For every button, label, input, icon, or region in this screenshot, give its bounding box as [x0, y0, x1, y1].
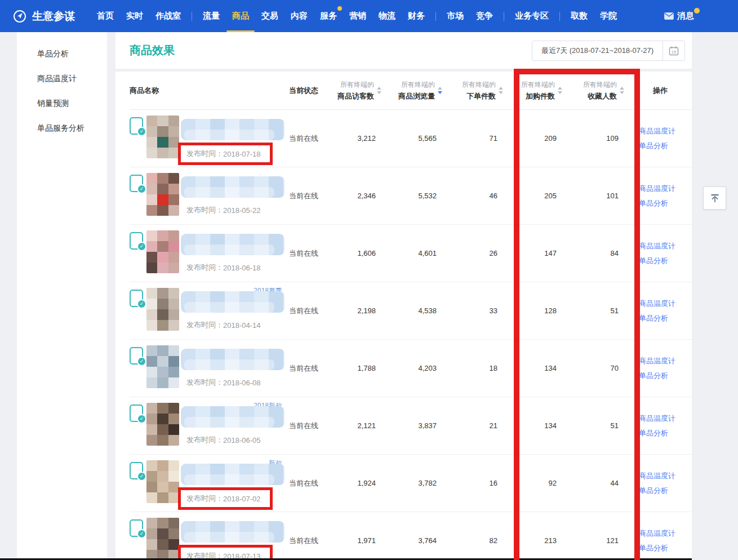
action-link-0[interactable]: 商品温度计: [639, 125, 692, 137]
nav-item-1[interactable]: 实时: [120, 0, 149, 32]
nav-item-7[interactable]: 内容: [284, 0, 314, 32]
action-link-0[interactable]: 商品温度计: [639, 469, 692, 482]
action-link-0[interactable]: 商品温度计: [639, 297, 692, 310]
main-content: 商品效果 最近7天 (2018-07-21~2018-07-27) 15 商品名…: [115, 32, 692, 560]
favorites-cell: 51: [567, 421, 629, 430]
sort-caret-down-icon[interactable]: [377, 91, 381, 94]
sort-caret-up-icon[interactable]: [620, 87, 624, 90]
mosaic-cell: [146, 241, 157, 252]
action-link-1[interactable]: 单品分析: [639, 139, 692, 152]
sort-caret-up-icon[interactable]: [438, 87, 442, 90]
nav-item-9[interactable]: 营销: [343, 0, 372, 32]
nav-item-4[interactable]: 流量: [197, 0, 226, 32]
mosaic-cell: [157, 173, 168, 184]
sort-control[interactable]: [620, 87, 624, 94]
publish-date-value: 2018-05-22: [223, 206, 261, 215]
status-cell: 当前在线: [284, 306, 325, 316]
sort-control[interactable]: [499, 87, 503, 94]
action-link-1[interactable]: 单品分析: [639, 197, 692, 210]
sort-control[interactable]: [438, 87, 442, 94]
views-cell: 4,203: [386, 364, 447, 372]
nav-divider: [559, 12, 560, 21]
sort-control[interactable]: [377, 87, 381, 94]
product-name-area: 2018新款发布时间：2018-06-05: [181, 403, 284, 446]
column-header-super: 所有终端的: [462, 80, 496, 90]
nav-item-messages[interactable]: 消息: [664, 11, 694, 21]
mosaic-cell: [168, 252, 179, 263]
sidebar-item-0[interactable]: 单品分析: [17, 41, 107, 66]
product-name-cell: 发布时间：2018-07-13: [130, 512, 284, 560]
nav-item-6[interactable]: 交易: [255, 0, 284, 32]
mosaic-cell: [146, 173, 157, 184]
product-name-cell: 发布时间：2018-06-18: [130, 225, 284, 273]
cart-adds-cell: 147: [508, 249, 567, 257]
product-image-blurred: [146, 403, 179, 446]
mosaic-cell: [146, 148, 157, 158]
nav-item-0[interactable]: 首页: [91, 0, 120, 32]
nav-item-19[interactable]: 学院: [594, 0, 623, 32]
sort-caret-up-icon[interactable]: [499, 87, 503, 90]
sort-caret-down-icon[interactable]: [558, 91, 562, 94]
mosaic-cell: [168, 367, 179, 377]
mosaic-cell: [146, 137, 157, 148]
nav-item-14[interactable]: 竞争: [470, 0, 499, 32]
table-row: 发布时间：2018-06-08当前在线1,7884,2031813470商品温度…: [130, 340, 692, 397]
nav-item-16[interactable]: 业务专区: [509, 0, 555, 32]
orders-cell: 18: [447, 364, 508, 372]
calendar-button[interactable]: 15: [663, 41, 684, 60]
mosaic-cell: [157, 424, 168, 435]
date-range-value[interactable]: 最近7天 (2018-07-21~2018-07-27): [532, 41, 663, 60]
sort-caret-up-icon[interactable]: [377, 87, 381, 90]
mosaic-cell: [146, 320, 157, 331]
action-link-0[interactable]: 商品温度计: [639, 527, 692, 540]
sidebar-item-3[interactable]: 单品服务分析: [17, 115, 107, 140]
product-name-area: 2018夏季发布时间：2018-04-14: [181, 288, 284, 331]
sidebar-item-2[interactable]: 销量预测: [17, 91, 107, 115]
action-link-1[interactable]: 单品分析: [639, 541, 692, 554]
mosaic-cell: [168, 424, 179, 435]
action-link-1[interactable]: 单品分析: [639, 254, 692, 267]
action-link-1[interactable]: 单品分析: [639, 426, 692, 439]
nav-item-10[interactable]: 物流: [372, 0, 402, 32]
sort-caret-down-icon[interactable]: [620, 91, 624, 94]
nav-item-13[interactable]: 市场: [441, 0, 470, 32]
action-link-1[interactable]: 单品分析: [639, 484, 692, 497]
mosaic-cell: [146, 460, 157, 471]
mosaic-cell: [157, 518, 168, 528]
mosaic-cell: [157, 528, 168, 539]
brand[interactable]: 生意参谋: [12, 9, 75, 24]
publish-date-value: 2018-07-02: [223, 495, 261, 503]
publish-date-value: 2018-06-05: [223, 436, 261, 445]
nav-item-5[interactable]: 商品: [226, 0, 255, 32]
cart-adds-cell: 92: [508, 479, 567, 487]
status-cell: 当前在线: [284, 478, 325, 488]
sort-caret-up-icon[interactable]: [558, 87, 562, 90]
views-cell: 5,532: [386, 192, 447, 200]
sort-caret-down-icon[interactable]: [499, 91, 503, 94]
brand-label: 生意参谋: [32, 9, 75, 24]
action-link-0[interactable]: 商品温度计: [639, 182, 692, 195]
visitors-cell: 2,198: [325, 306, 386, 315]
actions-cell: 商品温度计单品分析: [629, 182, 692, 210]
nav-item-18[interactable]: 取数: [564, 0, 594, 32]
sidebar-item-1[interactable]: 商品温度计: [17, 66, 107, 91]
action-link-1[interactable]: 单品分析: [639, 312, 692, 325]
action-link-0[interactable]: 商品温度计: [639, 239, 692, 252]
action-link-0[interactable]: 商品温度计: [639, 412, 692, 425]
nav-item-2[interactable]: 作战室: [149, 0, 187, 32]
nav-item-11[interactable]: 财务: [402, 0, 431, 32]
publish-date: 发布时间：2018-06-18: [186, 263, 261, 273]
product-name-area: 发布时间：2018-07-13: [181, 518, 284, 560]
publish-date-label: 发布时间：: [186, 494, 223, 504]
action-link-1[interactable]: 单品分析: [639, 369, 692, 382]
product-table: 商品名称当前状态所有终端的商品访客数所有终端的商品浏览量所有终端的下单件数所有终…: [115, 72, 692, 560]
orders-cell: 21: [447, 421, 508, 430]
back-to-top-button[interactable]: [703, 186, 726, 210]
sort-caret-down-icon[interactable]: [438, 91, 442, 94]
sidebar: 单品分析商品温度计销量预测单品服务分析: [17, 32, 107, 560]
nav-item-8[interactable]: 服务: [314, 0, 343, 32]
sort-control[interactable]: [558, 87, 562, 94]
views-cell: 4,601: [386, 249, 447, 257]
action-link-0[interactable]: 商品温度计: [639, 354, 692, 367]
mosaic-cell: [157, 230, 168, 241]
